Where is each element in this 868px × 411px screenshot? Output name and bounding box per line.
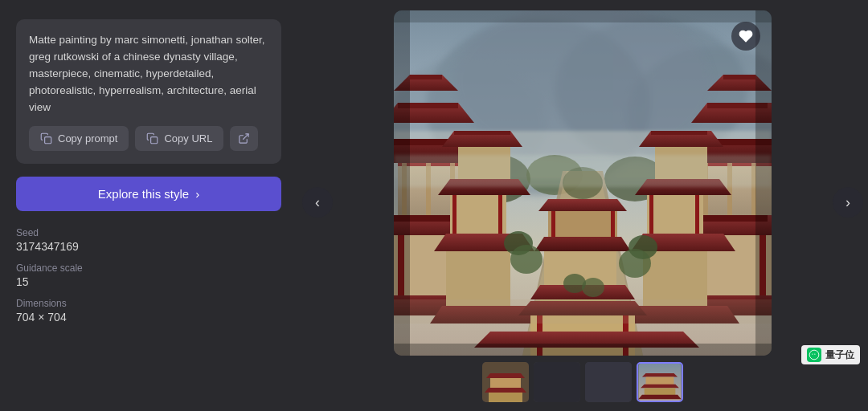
svg-rect-92 [394, 10, 410, 356]
svg-marker-99 [485, 388, 526, 393]
dimensions-item: Dimensions 704 × 704 [16, 298, 281, 324]
svg-rect-91 [394, 299, 772, 324]
svg-rect-44 [723, 75, 755, 79]
explore-arrow: › [195, 187, 199, 201]
dimensions-label: Dimensions [16, 298, 281, 309]
copy-url-button[interactable]: Copy URL [135, 126, 223, 151]
thumbnail-2[interactable] [534, 362, 580, 402]
copy-icon [40, 132, 52, 144]
svg-line-2 [244, 133, 249, 139]
link-icon [146, 132, 158, 144]
thumbnail-1[interactable] [482, 362, 529, 402]
copy-prompt-button[interactable]: Copy prompt [29, 126, 129, 151]
external-link-icon [238, 132, 250, 144]
prompt-text: Matte painting by marc simonetti, jonath… [29, 34, 264, 113]
thumb-image-4 [638, 364, 682, 401]
main-painting [394, 10, 772, 356]
svg-marker-106 [641, 385, 679, 389]
thumb-image-3 [585, 362, 632, 402]
thumb-image-2 [534, 362, 580, 402]
metadata-section: Seed 3174347169 Guidance scale 15 Dimens… [16, 227, 281, 324]
seed-value: 3174347169 [16, 240, 281, 253]
prompt-box: Matte painting by marc simonetti, jonath… [16, 19, 281, 164]
left-panel: Matte painting by marc simonetti, jonath… [0, 0, 297, 411]
svg-point-86 [619, 249, 651, 278]
svg-rect-101 [534, 362, 580, 402]
next-image-button[interactable]: › [833, 187, 863, 218]
svg-rect-102 [585, 362, 632, 402]
svg-point-84 [510, 245, 542, 274]
action-buttons: Copy prompt Copy URL [29, 126, 268, 151]
svg-rect-90 [394, 155, 772, 187]
prev-arrow-icon: ‹ [315, 194, 320, 211]
seed-item: Seed 3174347169 [16, 227, 281, 253]
next-arrow-icon: › [845, 194, 850, 211]
thumbnail-3[interactable] [585, 362, 632, 402]
main-image-wrapper [394, 10, 772, 356]
svg-rect-94 [394, 10, 772, 22]
copy-prompt-label: Copy prompt [58, 132, 117, 144]
svg-rect-34 [454, 131, 510, 135]
svg-rect-95 [394, 344, 772, 356]
svg-point-89 [582, 278, 604, 297]
svg-marker-108 [638, 395, 681, 400]
wechat-icon [807, 348, 821, 362]
thumbnails-row [482, 362, 683, 402]
share-button[interactable] [230, 126, 258, 151]
svg-rect-1 [151, 136, 158, 143]
svg-rect-61 [651, 131, 707, 135]
watermark: 量子位 [801, 345, 860, 364]
guidance-label: Guidance scale [16, 262, 281, 274]
svg-rect-0 [45, 136, 51, 143]
guidance-value: 15 [16, 275, 281, 288]
heart-icon [739, 29, 753, 43]
svg-marker-70 [538, 199, 627, 211]
watermark-text: 量子位 [825, 348, 854, 362]
svg-point-109 [809, 350, 819, 360]
prev-image-button[interactable]: ‹ [302, 187, 333, 218]
thumb-image-1 [482, 362, 529, 402]
svg-rect-17 [410, 75, 442, 79]
explore-label: Explore this style [98, 187, 189, 201]
seed-label: Seed [16, 227, 281, 238]
copy-url-label: Copy URL [164, 132, 212, 144]
favorite-button[interactable] [731, 22, 760, 51]
guidance-item: Guidance scale 15 [16, 262, 281, 288]
svg-marker-104 [642, 373, 678, 377]
svg-rect-100 [489, 393, 522, 402]
dimensions-value: 704 × 704 [16, 311, 281, 324]
svg-marker-97 [486, 373, 525, 378]
svg-marker-74 [534, 237, 631, 251]
thumbnail-4[interactable] [637, 362, 683, 402]
svg-rect-93 [755, 10, 772, 356]
explore-style-button[interactable]: Explore this style › [16, 177, 281, 211]
center-area: ‹ [297, 0, 868, 411]
